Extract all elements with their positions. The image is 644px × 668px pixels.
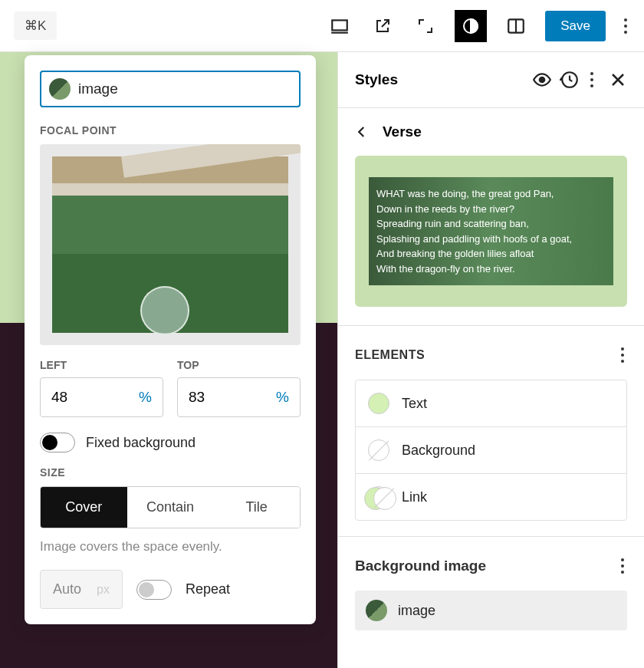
more-menu-icon[interactable] [621,12,630,40]
close-icon[interactable] [609,71,627,89]
verse-line: With the dragon-fly on the river. [376,262,606,277]
back-icon[interactable] [355,125,369,139]
text-swatch-icon [368,393,389,414]
contrast-icon[interactable] [455,10,487,42]
elements-more-icon[interactable] [618,341,627,369]
expand-icon[interactable] [412,12,439,40]
inspector-header: Styles [338,52,644,108]
save-button[interactable]: Save [545,11,606,41]
size-auto-input[interactable]: Auto px [40,570,123,609]
focal-point-handle[interactable] [140,286,189,335]
breadcrumb-label: Verse [383,123,422,140]
element-background-label: Background [402,443,475,459]
background-image-popover: image FOCAL POINT LEFT % TOP [25,55,316,624]
element-text-row[interactable]: Text [356,380,626,427]
toolbar-right: Save [326,10,630,42]
focal-point-preview[interactable] [40,144,301,345]
elements-list: Text Background Link [355,380,627,521]
percent-unit: % [139,389,152,406]
focal-point-label: FOCAL POINT [40,124,301,137]
image-thumbnail-icon [49,78,71,100]
canvas-area: image FOCAL POINT LEFT % TOP [0,52,337,668]
verse-line: Down in the reeds by the river? [376,202,606,217]
size-cover-button[interactable]: Cover [41,487,127,528]
revisions-icon[interactable] [560,70,580,90]
focal-left-value[interactable] [51,389,112,406]
fixed-background-toggle[interactable] [40,433,75,452]
verse-preview-text: WHAT was he doing, the great god Pan, Do… [369,177,613,285]
size-contain-button[interactable]: Contain [127,487,214,528]
image-name-field[interactable]: image [40,71,301,107]
breadcrumb: Verse [338,108,644,156]
bg-image-label: Background image [355,558,486,574]
px-unit: px [97,583,110,597]
svg-rect-0 [333,20,348,30]
elements-section-header: ELEMENTS [338,325,644,380]
bg-image-thumbnail-icon [366,600,387,621]
bg-image-value: image [398,603,435,619]
inspector-title: Styles [355,71,532,88]
size-tile-button[interactable]: Tile [213,487,300,528]
element-background-row[interactable]: Background [356,427,626,474]
size-segmented-control: Cover Contain Tile [40,486,301,528]
eye-icon[interactable] [532,70,552,90]
elements-label: ELEMENTS [355,348,425,362]
external-link-icon[interactable] [369,12,396,40]
block-preview: WHAT was he doing, the great god Pan, Do… [355,156,627,307]
bg-image-more-icon[interactable] [618,552,627,580]
image-name-text: image [78,81,291,97]
percent-unit: % [276,389,289,406]
left-label: LEFT [40,359,163,371]
bg-image-section-header: Background image [338,536,644,591]
top-label: TOP [177,359,301,371]
background-swatch-icon [368,439,389,461]
inspector-panel: Styles Verse WHAT was he [337,52,644,668]
size-hint-text: Image covers the space evenly. [40,539,301,554]
link-swatch-icon [368,486,389,508]
size-label: SIZE [40,466,301,479]
repeat-label: Repeat [186,581,230,597]
focal-top-value[interactable] [189,389,249,406]
device-desktop-icon[interactable] [326,12,353,40]
toolbar-left: ⌘K [14,12,57,40]
verse-line: Spreading ruin and scattering ban, [376,216,606,232]
verse-line: WHAT was he doing, the great god Pan, [376,186,606,202]
inspector-more-icon[interactable] [587,66,596,94]
svg-point-5 [540,77,545,83]
focal-left-input[interactable]: % [40,377,163,417]
verse-line: And breaking the golden lilies afloat [376,246,606,262]
panel-icon[interactable] [502,12,530,40]
bg-image-row[interactable]: image [355,591,627,630]
focal-top-input[interactable]: % [177,377,301,417]
fixed-background-label: Fixed background [86,435,196,451]
verse-line: Splashing and paddling with hoofs of a g… [376,232,606,247]
repeat-toggle[interactable] [136,580,172,600]
top-toolbar: ⌘K Save [0,0,644,52]
auto-label: Auto [53,581,81,597]
element-link-label: Link [402,489,427,505]
element-text-label: Text [402,396,427,412]
command-palette-button[interactable]: ⌘K [14,12,57,40]
element-link-row[interactable]: Link [356,474,626,520]
